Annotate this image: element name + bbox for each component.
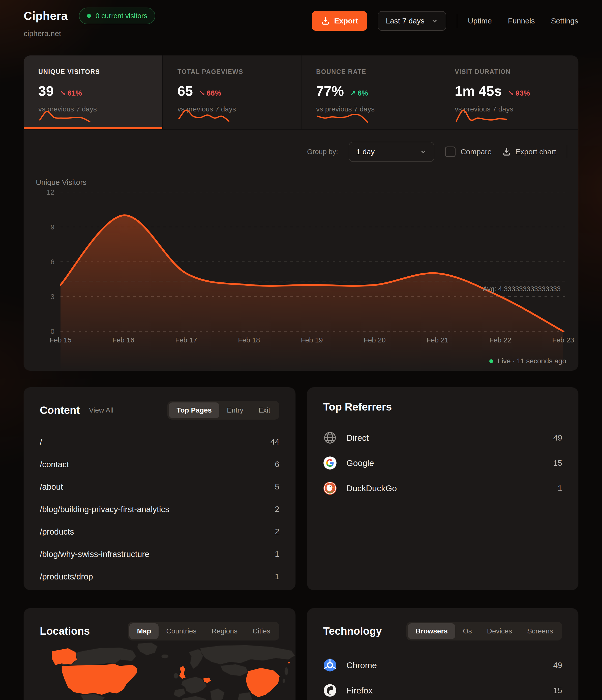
map-iceland <box>161 654 168 658</box>
browser-row[interactable]: Chrome 49 <box>323 653 562 678</box>
y-tick-label: 6 <box>50 258 54 266</box>
referrer-name: Direct <box>346 433 369 443</box>
page-row[interactable]: /about 5 <box>40 476 279 498</box>
x-tick-label: Feb 20 <box>364 336 386 344</box>
map-japan-south <box>283 679 285 683</box>
page-row[interactable]: /blog/why-swiss-infrastructure 1 <box>40 543 279 565</box>
page-count: 2 <box>275 527 279 536</box>
date-range-select[interactable]: Last 7 days <box>378 11 446 31</box>
y-tick-label: 0 <box>50 328 54 335</box>
page-count: 1 <box>275 572 279 581</box>
referrer-row[interactable]: Google 15 <box>323 450 562 476</box>
view-all-link[interactable]: View All <box>89 406 114 414</box>
export-button[interactable]: Export <box>312 11 367 31</box>
live-status: Live · 11 seconds ago <box>489 357 566 365</box>
nav-link[interactable]: Funnels <box>508 17 535 25</box>
x-tick-label: Feb 16 <box>112 336 134 344</box>
visitors-area-chart: Avg: 4.333333333333333 036912Feb 15Feb 1… <box>24 55 578 371</box>
content-panel: Content View All Top Pages Entry Exit / … <box>24 387 296 590</box>
browser-count: 49 <box>553 661 562 670</box>
map-russia <box>200 645 295 665</box>
x-tick-label: Feb 15 <box>49 336 71 344</box>
technology-tab[interactable]: Browsers <box>408 623 455 639</box>
current-visitors-badge: 0 current visitors <box>79 7 155 24</box>
firefox-icon <box>323 683 337 697</box>
map-ireland <box>174 673 178 679</box>
x-tick-label: Feb 18 <box>238 336 260 344</box>
page-path: /about <box>40 482 63 492</box>
live-dot-icon <box>87 14 91 18</box>
page-path: /products/drop <box>40 572 93 581</box>
site-domain: ciphera.net <box>24 29 155 38</box>
header-divider <box>457 14 457 28</box>
google-icon <box>323 456 337 470</box>
map-india <box>238 692 252 700</box>
map-china-highlight <box>246 668 280 698</box>
map-europe <box>181 677 207 694</box>
technology-tab[interactable]: Devices <box>479 623 520 639</box>
nav-link[interactable]: Settings <box>551 17 578 25</box>
browser-row[interactable]: Firefox 15 <box>323 678 562 700</box>
panel-title: Top Referrers <box>323 401 392 413</box>
site-title: Ciphera <box>24 9 68 23</box>
page-count: 5 <box>275 482 279 492</box>
map-romania-highlight <box>203 677 211 683</box>
locations-tab[interactable]: Cities <box>245 623 278 639</box>
browsers-list: Chrome 49 Firefox 15 <box>307 641 578 700</box>
y-tick-label: 3 <box>50 293 54 301</box>
download-icon <box>321 17 330 25</box>
locations-tab[interactable]: Regions <box>204 623 245 639</box>
page-row[interactable]: / 44 <box>40 431 279 453</box>
referrer-row[interactable]: Direct 49 <box>323 425 562 450</box>
page-row[interactable]: /products 2 <box>40 521 279 543</box>
map-alaska-highlight <box>51 648 77 665</box>
page-path: / <box>40 437 42 447</box>
browser-count: 15 <box>553 686 562 695</box>
x-tick-label: Feb 19 <box>301 336 323 344</box>
browser-name: Chrome <box>346 660 377 670</box>
content-tab[interactable]: Entry <box>219 402 251 418</box>
page-count: 2 <box>275 505 279 514</box>
page-row[interactable]: /products/drop 1 <box>40 565 279 588</box>
nav-link[interactable]: Uptime <box>468 17 492 25</box>
live-dot-icon <box>489 359 493 363</box>
y-tick-label: 12 <box>47 189 54 196</box>
page-row[interactable]: /contact 6 <box>40 453 279 476</box>
x-tick-label: Feb 22 <box>489 336 511 344</box>
referrer-row[interactable]: DuckDuckGo 1 <box>323 476 562 501</box>
page-path: /blog/why-swiss-infrastructure <box>40 549 150 559</box>
map-middle-east <box>210 689 224 700</box>
content-tab[interactable]: Exit <box>251 402 278 418</box>
technology-panel: Technology Browsers Os Devices Screens C… <box>307 608 578 700</box>
panel-title: Locations <box>40 625 90 637</box>
referrer-name: Google <box>346 458 374 468</box>
content-tab[interactable]: Top Pages <box>169 402 219 418</box>
technology-tab[interactable]: Screens <box>520 623 561 639</box>
referrers-panel: Top Referrers Direct 49 Google 15 DuckDu… <box>307 387 578 590</box>
panel-title: Content <box>40 404 80 416</box>
export-button-label: Export <box>334 17 358 25</box>
page-path: /blog/building-privacy-first-analytics <box>40 505 169 514</box>
date-range-value: Last 7 days <box>386 17 424 25</box>
referrers-panel-header: Top Referrers <box>307 387 578 413</box>
duckduckgo-icon <box>323 481 337 495</box>
locations-tabs: Map Countries Regions Cities <box>128 622 279 641</box>
x-tick-label: Feb 23 <box>552 336 574 344</box>
map-greenland <box>137 643 157 655</box>
locations-tab[interactable]: Map <box>129 623 158 639</box>
locations-tab[interactable]: Countries <box>158 623 204 639</box>
chrome-icon <box>323 658 337 672</box>
technology-tab[interactable]: Os <box>455 623 479 639</box>
map-usa-highlight <box>61 664 137 695</box>
map-japan <box>284 667 288 675</box>
page-row[interactable]: /blog/building-privacy-first-analytics 2 <box>40 498 279 521</box>
world-map <box>24 641 296 700</box>
top-nav: Uptime Funnels Settings <box>468 17 578 25</box>
header: Ciphera 0 current visitors ciphera.net E… <box>24 7 578 38</box>
average-label: Avg: 4.333333333333333 <box>483 285 561 293</box>
referrers-list: Direct 49 Google 15 DuckDuckGo 1 <box>307 413 578 501</box>
page-path: /products <box>40 527 74 536</box>
technology-tabs: Browsers Os Devices Screens <box>406 622 562 641</box>
content-panel-header: Content View All Top Pages Entry Exit <box>24 387 296 420</box>
page-path: /contact <box>40 460 69 469</box>
